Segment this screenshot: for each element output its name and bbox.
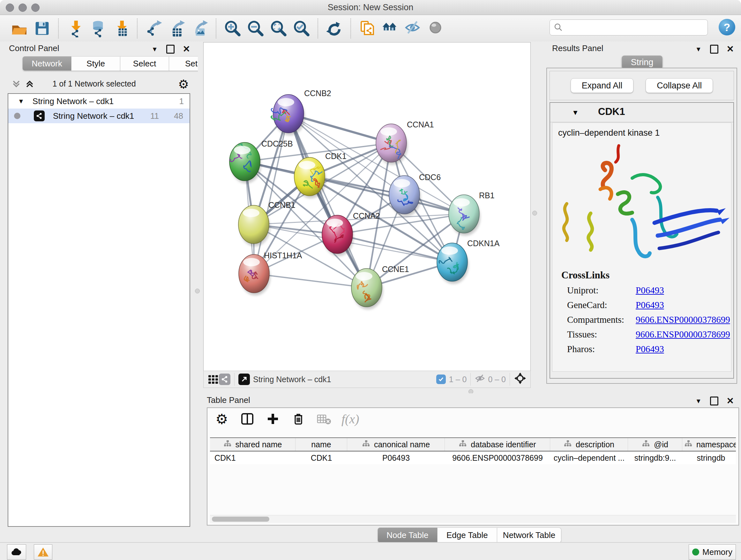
results-panel-close-icon[interactable]: ✕ — [727, 46, 734, 53]
string-home-icon[interactable] — [381, 18, 400, 38]
zoom-in-icon[interactable] — [223, 18, 243, 38]
network-node-CCNA1[interactable]: CCNA1 — [376, 120, 434, 165]
export-table-icon[interactable] — [167, 18, 187, 38]
eye-icon[interactable] — [426, 18, 446, 38]
add-column-plus-icon[interactable] — [265, 411, 281, 427]
crosslink-link[interactable]: P06493 — [636, 285, 664, 296]
tab-select[interactable]: Select — [120, 56, 169, 71]
memory-label: Memory — [702, 547, 732, 557]
apply-layout-icon[interactable] — [325, 18, 344, 38]
grid-view-icon[interactable] — [207, 374, 219, 385]
application-window: Session: New Session ? Control Panel ▼ ✕… — [0, 0, 741, 560]
tab-network[interactable]: Network — [22, 56, 71, 71]
column-header-sharedname[interactable]: shared name — [210, 438, 295, 451]
crosslink-link[interactable]: 9606.ENSP00000378699 — [636, 314, 730, 325]
tab-string[interactable]: String — [622, 56, 663, 69]
hide-panel-eye-slash-icon[interactable] — [403, 18, 423, 38]
network-node-HIST1H1A[interactable]: HIST1H1A — [239, 251, 302, 295]
hidden-eye-slash-icon[interactable] — [475, 374, 485, 385]
network-node-CCNB2[interactable]: CCNB2 — [271, 89, 331, 135]
warnings-button[interactable] — [34, 544, 52, 560]
column-header-description[interactable]: description — [550, 438, 628, 451]
table-cell[interactable]: stringdb:9... — [628, 451, 682, 464]
tab-edge-table[interactable]: Edge Table — [437, 527, 497, 543]
network-canvas[interactable]: CCNB2CCNA1CDC25BCDK1CDC6RB1CCNB1CCNA2CDK… — [203, 42, 531, 371]
table-panel-float-icon[interactable] — [710, 396, 718, 406]
column-header-databaseidentifier[interactable]: database identifier — [445, 438, 550, 451]
tab-network-table[interactable]: Network Table — [497, 527, 561, 543]
column-label: name — [311, 440, 331, 449]
table-settings-gear-icon[interactable]: ⚙ — [214, 411, 230, 427]
results-panel-title: Results Panel — [552, 44, 603, 53]
column-header-name[interactable]: name — [295, 438, 347, 451]
control-panel-float-icon[interactable] — [166, 45, 175, 54]
table-cell[interactable]: cyclin–dependent ... — [550, 451, 628, 464]
network-node-CDC25B[interactable]: CDC25B — [229, 139, 293, 183]
column-header-canonicalname[interactable]: canonical name — [347, 438, 445, 451]
network-node-CDKN1A[interactable]: CDKN1A — [437, 239, 500, 284]
column-header-id[interactable]: @id — [628, 438, 682, 451]
node-label: CDK1 — [325, 152, 347, 161]
show-columns-icon[interactable] — [239, 411, 255, 427]
right-splitter-handle[interactable] — [532, 211, 537, 215]
table-horizontal-scrollbar[interactable] — [210, 515, 736, 523]
section-collapse-icon[interactable]: ▼ — [572, 109, 579, 117]
network-graph: CCNB2CCNA1CDC25BCDK1CDC6RB1CCNB1CCNA2CDK… — [204, 43, 530, 371]
table-cell[interactable]: P06493 — [347, 451, 445, 464]
results-panel-menu-icon[interactable]: ▼ — [695, 46, 702, 53]
network-collection-row[interactable]: ▼ String Network – cdk1 1 — [8, 94, 190, 109]
cloud-button[interactable] — [7, 544, 26, 560]
open-session-icon[interactable] — [9, 18, 29, 38]
table-cell[interactable]: 9606.ENSP00000378699 — [445, 451, 550, 464]
collapse-all-chevron-icon[interactable] — [11, 78, 22, 91]
table-row[interactable]: CDK1CDK1P064939606.ENSP00000378699cyclin… — [210, 451, 736, 464]
table-tabs: Node TableEdge TableNetwork Table — [198, 527, 741, 543]
network-options-gear-icon[interactable]: ⚙ — [178, 77, 189, 91]
network-node-CDC6[interactable]: CDC6 — [389, 173, 441, 216]
collection-collapse-icon[interactable]: ▼ — [18, 98, 24, 105]
search-box[interactable] — [549, 19, 708, 36]
share-network-icon[interactable] — [219, 374, 230, 385]
import-table-icon[interactable] — [111, 18, 131, 38]
selected-nodes-checkbox-icon[interactable] — [436, 374, 446, 384]
birds-eye-view-icon[interactable] — [239, 374, 250, 385]
zoom-fit-icon[interactable] — [269, 18, 288, 38]
memory-button[interactable]: Memory — [689, 544, 736, 560]
import-network-file-icon[interactable] — [65, 18, 85, 38]
import-network-database-icon[interactable] — [88, 18, 108, 38]
table-cell[interactable]: stringdb — [682, 451, 736, 464]
export-network-icon[interactable] — [144, 18, 164, 38]
expand-all-button[interactable]: Expand All — [570, 78, 634, 93]
table-panel-menu-icon[interactable]: ▼ — [695, 397, 702, 405]
table-panel-close-icon[interactable]: ✕ — [727, 397, 734, 405]
results-panel-float-icon[interactable] — [710, 45, 718, 54]
network-row-selected[interactable]: String Network – cdk1 11 48 — [8, 109, 190, 123]
control-panel-menu-icon[interactable]: ▼ — [151, 46, 158, 53]
scrollbar-thumb[interactable] — [212, 516, 269, 522]
column-header-namespace[interactable]: namespace — [682, 438, 736, 451]
control-panel-close-icon[interactable]: ✕ — [183, 46, 190, 53]
table-cell[interactable]: CDK1 — [295, 451, 347, 464]
delete-column-trash-icon[interactable] — [290, 411, 307, 427]
clone-network-icon[interactable] — [357, 18, 377, 38]
tab-style[interactable]: Style — [71, 56, 120, 71]
network-node-CCNA2[interactable]: CCNA2 — [322, 211, 380, 256]
search-input[interactable] — [563, 21, 708, 34]
network-node-CCNE1[interactable]: CCNE1 — [351, 265, 409, 309]
pan-crosshair-icon[interactable] — [514, 372, 527, 387]
crosslink-link[interactable]: P06493 — [636, 344, 664, 354]
memory-status-dot — [692, 549, 699, 556]
help-icon[interactable]: ? — [719, 19, 735, 36]
crosslink-link[interactable]: 9606.ENSP00000378699 — [636, 329, 730, 340]
tab-node-table[interactable]: Node Table — [378, 527, 437, 543]
zoom-out-icon[interactable] — [246, 18, 266, 38]
collapse-all-button[interactable]: Collapse All — [646, 78, 713, 93]
zoom-selected-icon[interactable] — [292, 18, 312, 38]
network-node-RB1[interactable]: RB1 — [449, 191, 495, 235]
table-cell[interactable]: CDK1 — [210, 451, 295, 464]
cdk1-section-header[interactable]: ▼ CDK1 — [550, 103, 733, 122]
left-splitter-handle[interactable] — [195, 289, 200, 294]
export-image-icon[interactable] — [190, 18, 210, 38]
save-session-icon[interactable] — [32, 18, 52, 38]
crosslink-link[interactable]: P06493 — [636, 300, 664, 310]
